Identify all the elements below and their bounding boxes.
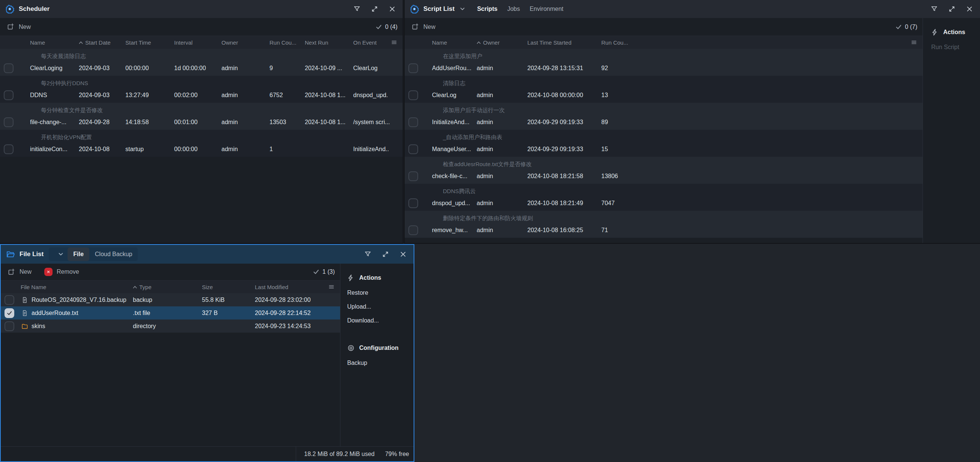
script-list-window: Script List Scripts Jobs Environment New… xyxy=(405,0,980,243)
column-header-name[interactable]: Name xyxy=(30,40,79,46)
tab-scripts[interactable]: Scripts xyxy=(473,3,501,14)
table-row[interactable]: DDNS 2024-09-03 13:27:49 00:02:00 admin … xyxy=(0,88,403,103)
filter-icon[interactable] xyxy=(364,251,372,258)
run-script-button[interactable]: Run Script xyxy=(931,43,976,51)
table-row-group: 添加用户后手动运行一次 InitializeAnd... admin 2024-… xyxy=(405,103,923,130)
column-header-owner[interactable]: Owner xyxy=(221,40,269,46)
download-button[interactable]: Download... xyxy=(347,317,410,324)
tab-file[interactable]: File xyxy=(68,248,89,261)
column-header-interval[interactable]: Interval xyxy=(174,40,221,46)
actions-panel-header: Actions xyxy=(347,274,410,282)
scheduler-table-header: Name Start Date Start Time Interval Owne… xyxy=(0,36,403,49)
comment-row[interactable]: 每分钟检查文件是否修改 xyxy=(0,103,403,115)
remove-button[interactable]: Remove xyxy=(44,268,79,276)
columns-menu-icon[interactable] xyxy=(910,39,917,46)
disk-usage-text: 18.2 MiB of 89.2 MiB used xyxy=(304,451,375,457)
restore-button[interactable]: Restore xyxy=(347,289,410,297)
table-row-group: 每分钟检查文件是否修改 file-change-... 2024-09-28 1… xyxy=(0,103,403,130)
row-checkbox[interactable] xyxy=(4,117,14,127)
columns-menu-icon[interactable] xyxy=(328,284,335,290)
row-checkbox[interactable] xyxy=(4,64,14,73)
table-row[interactable]: dnspod_upd... admin 2024-10-08 18:21:49 … xyxy=(405,196,923,211)
comment-row[interactable]: 添加用户后手动运行一次 xyxy=(405,103,923,115)
column-header-last-time-started[interactable]: Last Time Started xyxy=(527,40,601,46)
row-checkbox[interactable] xyxy=(408,64,418,73)
comment-row[interactable]: DDNS腾讯云 xyxy=(405,184,923,196)
row-checkbox[interactable] xyxy=(408,90,418,100)
columns-menu-icon[interactable] xyxy=(391,39,398,46)
table-row[interactable]: RouteOS_20240928_V7.16.backup backup 55.… xyxy=(1,293,340,306)
filter-icon[interactable] xyxy=(931,5,938,13)
row-checkbox[interactable] xyxy=(408,144,418,154)
comment-row[interactable]: 检查addUesrRoute.txt文件是否修改 xyxy=(405,157,923,169)
file-list-window: File List File Cloud Backup New Remove xyxy=(0,244,414,462)
statusbar-empty-section xyxy=(1,447,296,461)
table-row[interactable]: ManageUser... admin 2024-09-29 09:19:33 … xyxy=(405,142,923,157)
table-row[interactable]: ClearLoging 2024-09-03 00:00:00 1d 00:00… xyxy=(0,61,403,76)
column-header-run-count[interactable]: Run Cou... xyxy=(601,40,923,46)
row-checkbox[interactable] xyxy=(4,144,14,154)
row-checkbox[interactable] xyxy=(5,295,14,305)
upload-button[interactable]: Upload... xyxy=(347,303,410,311)
comment-row[interactable]: _自动添加用户和路由表 xyxy=(405,130,923,142)
expand-icon[interactable] xyxy=(382,251,389,258)
table-row[interactable]: AddUserRou... admin 2024-09-28 13:15:31 … xyxy=(405,61,923,76)
column-header-size[interactable]: Size xyxy=(202,284,255,290)
row-checkbox[interactable] xyxy=(5,321,14,331)
filter-icon[interactable] xyxy=(353,5,361,13)
scheduler-window: Scheduler New 0 (4) Name Start Date Star… xyxy=(0,0,403,243)
column-header-name[interactable]: Name xyxy=(432,40,477,46)
row-checkbox-checked[interactable] xyxy=(5,308,14,318)
row-checkbox[interactable] xyxy=(4,90,14,100)
table-row[interactable]: file-change-... 2024-09-28 14:18:58 00:0… xyxy=(0,115,403,130)
comment-row[interactable]: 在这里添加用户 xyxy=(405,49,923,61)
column-header-next-run[interactable]: Next Run xyxy=(305,40,353,46)
tab-jobs[interactable]: Jobs xyxy=(503,3,523,14)
column-header-start-date[interactable]: Start Date xyxy=(79,40,126,46)
new-button[interactable]: New xyxy=(7,23,31,31)
column-header-owner[interactable]: Owner xyxy=(477,40,527,46)
backup-button[interactable]: Backup xyxy=(347,359,410,367)
table-row[interactable]: initializeCon... 2024-10-08 startup 00:0… xyxy=(0,142,403,157)
row-checkbox[interactable] xyxy=(408,117,418,127)
column-header-on-event[interactable]: On Event xyxy=(353,40,390,46)
new-button[interactable]: New xyxy=(411,23,435,31)
check-icon[interactable] xyxy=(313,269,319,275)
tab-environment[interactable]: Environment xyxy=(526,3,567,14)
column-header-type[interactable]: Type xyxy=(133,284,202,290)
column-header-run-count[interactable]: Run Cou... xyxy=(269,40,305,46)
tab-cloud-backup[interactable]: Cloud Backup xyxy=(89,248,138,261)
expand-icon[interactable] xyxy=(948,5,956,13)
close-icon[interactable] xyxy=(966,5,973,13)
row-checkbox[interactable] xyxy=(408,225,418,235)
column-header-start-time[interactable]: Start Time xyxy=(126,40,174,46)
comment-row[interactable]: 清除日志 xyxy=(405,76,923,88)
table-row[interactable]: InitializeAnd... admin 2024-09-29 09:19:… xyxy=(405,115,923,130)
row-checkbox[interactable] xyxy=(408,171,418,181)
table-row[interactable]: check-file-c... admin 2024-10-08 18:21:5… xyxy=(405,169,923,184)
comment-row[interactable]: 开机初始化VPN配置 xyxy=(0,130,403,142)
close-icon[interactable] xyxy=(399,251,407,258)
table-row[interactable]: ClearLog admin 2024-10-08 00:00:00 13 xyxy=(405,88,923,103)
new-button[interactable]: New xyxy=(8,268,32,276)
close-icon[interactable] xyxy=(388,5,396,13)
table-row[interactable]: skins directory 2024-09-23 14:24:53 xyxy=(1,319,340,333)
row-checkbox[interactable] xyxy=(408,198,418,208)
window-title: File List xyxy=(19,251,43,258)
file-actions-panel: Actions Restore Upload... Download... Co… xyxy=(340,264,414,446)
remove-button-label: Remove xyxy=(57,268,79,275)
check-icon[interactable] xyxy=(896,24,902,30)
scheduler-titlebar: Scheduler xyxy=(0,0,403,18)
comment-row[interactable]: 删除特定条件下的路由和防火墙规则 xyxy=(405,211,923,223)
expand-icon[interactable] xyxy=(371,5,378,13)
script-list-toolbar: New 0 (7) xyxy=(405,18,923,36)
chevron-down-icon[interactable] xyxy=(460,6,465,12)
comment-row[interactable]: 每2分钟执行DDNS xyxy=(0,76,403,88)
column-header-last-modified[interactable]: Last Modified xyxy=(255,284,327,290)
table-row-selected[interactable]: addUserRoute.txt .txt file 327 B 2024-09… xyxy=(1,306,340,319)
column-header-file-name[interactable]: File Name xyxy=(1,284,133,290)
check-icon[interactable] xyxy=(376,24,382,30)
table-row[interactable]: remove_hw... admin 2024-10-08 16:08:25 7… xyxy=(405,223,923,238)
chevron-down-icon[interactable] xyxy=(54,252,68,257)
comment-row[interactable]: 每天凌晨清除日志 xyxy=(0,49,403,61)
